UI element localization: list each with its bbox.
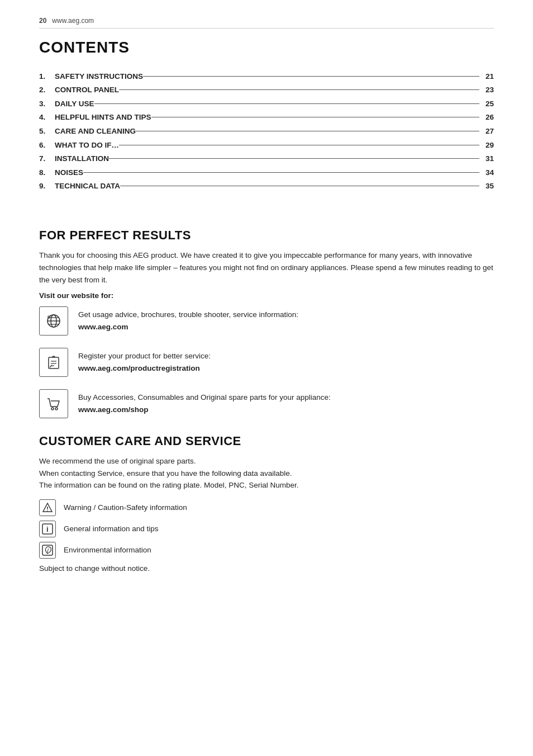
- symbol-row: i General information and tips: [39, 521, 494, 537]
- toc-num: 4.: [39, 113, 55, 121]
- link-url: www.aeg.com/shop: [78, 405, 149, 414]
- toc-dots: [94, 95, 479, 106]
- toc-item: 8. NOISES 34: [39, 164, 494, 177]
- toc-dots: [119, 136, 479, 148]
- toc-page: 25: [479, 100, 494, 108]
- toc-dots: [151, 109, 479, 120]
- toc-page: 26: [479, 113, 494, 121]
- toc-item: 5. CARE AND CLEANING 27: [39, 122, 494, 135]
- contents-section: CONTENTS 1. SAFETY INSTRUCTIONS 21 2. CO…: [39, 39, 494, 190]
- toc-list: 1. SAFETY INSTRUCTIONS 21 2. CONTROL PAN…: [39, 68, 494, 190]
- dots-line: [109, 158, 479, 159]
- symbol-text: Environmental information: [64, 546, 151, 554]
- svg-text:@: @: [47, 315, 51, 319]
- toc-label: DAILY USE: [55, 100, 94, 108]
- toc-item: 6. WHAT TO DO IF… 29: [39, 136, 494, 149]
- toc-num: 8.: [39, 168, 55, 177]
- link-icon: @: [39, 306, 68, 336]
- header-url: www.aeg.com: [52, 17, 94, 25]
- symbol-icon: [39, 499, 56, 516]
- symbols-list: Warning / Caution-Safety information i G…: [39, 499, 494, 559]
- toc-dots: [136, 122, 479, 134]
- link-url: www.aeg.com/productregistration: [78, 364, 200, 372]
- toc-label: CARE AND CLEANING: [55, 127, 136, 135]
- toc-label: WHAT TO DO IF…: [55, 141, 119, 149]
- subject-to-change: Subject to change without notice.: [39, 564, 494, 573]
- symbol-row: Warning / Caution-Safety information: [39, 499, 494, 516]
- dots-line: [151, 117, 479, 117]
- for-perfect-results-section: FOR PERFECT RESULTS Thank you for choosi…: [39, 228, 494, 418]
- toc-page: 31: [479, 154, 494, 163]
- for-perfect-results-title: FOR PERFECT RESULTS: [39, 228, 494, 243]
- symbol-icon: [39, 542, 56, 559]
- dots-line: [94, 103, 479, 104]
- customer-care-title: CUSTOMER CARE AND SERVICE: [39, 434, 494, 448]
- toc-num: 3.: [39, 100, 55, 108]
- toc-page: 27: [479, 127, 494, 135]
- toc-item: 2. CONTROL PANEL 23: [39, 82, 494, 94]
- symbol-text: Warning / Caution-Safety information: [64, 503, 187, 512]
- toc-num: 7.: [39, 154, 55, 163]
- dots-line: [143, 76, 479, 77]
- toc-page: 34: [479, 168, 494, 177]
- toc-item: 4. HELPFUL HINTS AND TIPS 26: [39, 109, 494, 122]
- link-icon: [39, 348, 68, 377]
- link-icon: [39, 389, 68, 418]
- toc-dots: [119, 82, 479, 93]
- dots-line: [119, 89, 479, 90]
- links-list: @ Get usage advice, brochures, trouble s…: [39, 306, 494, 418]
- for-perfect-results-body: Thank you for choosing this AEG product.…: [39, 249, 494, 286]
- toc-page: 35: [479, 182, 494, 190]
- dots-line: [119, 145, 479, 145]
- page-number: 20: [39, 17, 46, 25]
- toc-dots: [83, 164, 479, 175]
- care-body-line: The information can be found on the rati…: [39, 479, 494, 492]
- toc-item: 3. DAILY USE 25: [39, 95, 494, 108]
- customer-care-body: We recommend the use of original spare p…: [39, 455, 494, 492]
- toc-dots: [109, 150, 479, 162]
- toc-item: 9. TECHNICAL DATA 35: [39, 178, 494, 191]
- customer-care-section: CUSTOMER CARE AND SERVICE We recommend t…: [39, 434, 494, 573]
- care-body-line: When contacting Service, ensure that you…: [39, 467, 494, 480]
- toc-dots: [120, 178, 479, 189]
- symbol-text: General information and tips: [64, 525, 159, 533]
- link-row: @ Get usage advice, brochures, trouble s…: [39, 306, 494, 336]
- toc-item: 1. SAFETY INSTRUCTIONS 21: [39, 68, 494, 81]
- symbol-icon: i: [39, 521, 56, 537]
- toc-label: INSTALLATION: [55, 154, 109, 163]
- care-body-line: We recommend the use of original spare p…: [39, 455, 494, 467]
- svg-point-10: [51, 408, 54, 410]
- svg-text:i: i: [46, 525, 49, 533]
- toc-label: SAFETY INSTRUCTIONS: [55, 72, 143, 81]
- contents-title: CONTENTS: [39, 39, 494, 56]
- link-text: Get usage advice, brochures, trouble sho…: [78, 306, 298, 333]
- toc-page: 29: [479, 141, 494, 149]
- toc-label: CONTROL PANEL: [55, 86, 119, 94]
- toc-label: NOISES: [55, 168, 83, 177]
- dots-line: [83, 172, 479, 173]
- toc-item: 7. INSTALLATION 31: [39, 150, 494, 163]
- toc-num: 9.: [39, 182, 55, 190]
- toc-page: 23: [479, 86, 494, 94]
- toc-label: HELPFUL HINTS AND TIPS: [55, 113, 151, 121]
- link-text: Buy Accessories, Consumables and Origina…: [78, 389, 331, 415]
- link-text: Register your product for better service…: [78, 348, 211, 374]
- link-row: Register your product for better service…: [39, 348, 494, 377]
- symbol-row: Environmental information: [39, 542, 494, 559]
- toc-num: 6.: [39, 141, 55, 149]
- page-header: 20 www.aeg.com: [39, 17, 494, 29]
- svg-point-13: [47, 511, 48, 512]
- link-url: www.aeg.com: [78, 323, 129, 331]
- toc-num: 2.: [39, 86, 55, 94]
- spacer: [39, 206, 494, 228]
- dots-line: [136, 131, 479, 131]
- visit-label: Visit our website for:: [39, 291, 494, 300]
- svg-point-11: [55, 408, 58, 410]
- toc-label: TECHNICAL DATA: [55, 182, 120, 190]
- dots-line: [120, 186, 479, 186]
- toc-num: 1.: [39, 72, 55, 81]
- link-row: Buy Accessories, Consumables and Origina…: [39, 389, 494, 418]
- toc-num: 5.: [39, 127, 55, 135]
- toc-page: 21: [479, 72, 494, 81]
- toc-dots: [143, 68, 479, 79]
